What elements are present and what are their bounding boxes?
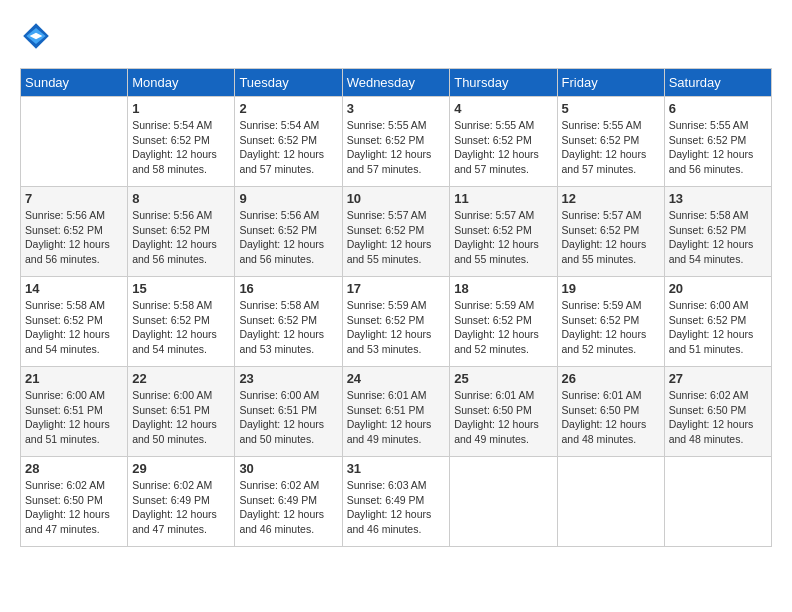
calendar-week-4: 21Sunrise: 6:00 AMSunset: 6:51 PMDayligh… <box>21 367 772 457</box>
day-number: 6 <box>669 101 767 116</box>
day-number: 23 <box>239 371 337 386</box>
calendar-cell: 22Sunrise: 6:00 AMSunset: 6:51 PMDayligh… <box>128 367 235 457</box>
day-info: Sunrise: 6:00 AMSunset: 6:52 PMDaylight:… <box>669 298 767 357</box>
calendar-cell: 26Sunrise: 6:01 AMSunset: 6:50 PMDayligh… <box>557 367 664 457</box>
day-number: 10 <box>347 191 446 206</box>
col-header-wednesday: Wednesday <box>342 69 450 97</box>
logo-icon <box>20 20 52 52</box>
day-number: 4 <box>454 101 552 116</box>
day-number: 9 <box>239 191 337 206</box>
day-number: 7 <box>25 191 123 206</box>
calendar-cell: 25Sunrise: 6:01 AMSunset: 6:50 PMDayligh… <box>450 367 557 457</box>
calendar-cell: 10Sunrise: 5:57 AMSunset: 6:52 PMDayligh… <box>342 187 450 277</box>
day-number: 15 <box>132 281 230 296</box>
day-info: Sunrise: 6:00 AMSunset: 6:51 PMDaylight:… <box>132 388 230 447</box>
calendar-week-2: 7Sunrise: 5:56 AMSunset: 6:52 PMDaylight… <box>21 187 772 277</box>
day-info: Sunrise: 6:00 AMSunset: 6:51 PMDaylight:… <box>239 388 337 447</box>
calendar-week-3: 14Sunrise: 5:58 AMSunset: 6:52 PMDayligh… <box>21 277 772 367</box>
day-info: Sunrise: 5:58 AMSunset: 6:52 PMDaylight:… <box>132 298 230 357</box>
calendar-cell <box>21 97 128 187</box>
calendar-cell <box>450 457 557 547</box>
calendar-cell: 3Sunrise: 5:55 AMSunset: 6:52 PMDaylight… <box>342 97 450 187</box>
calendar-cell: 30Sunrise: 6:02 AMSunset: 6:49 PMDayligh… <box>235 457 342 547</box>
calendar-cell <box>557 457 664 547</box>
day-info: Sunrise: 5:56 AMSunset: 6:52 PMDaylight:… <box>132 208 230 267</box>
day-info: Sunrise: 5:54 AMSunset: 6:52 PMDaylight:… <box>132 118 230 177</box>
day-number: 16 <box>239 281 337 296</box>
calendar-week-1: 1Sunrise: 5:54 AMSunset: 6:52 PMDaylight… <box>21 97 772 187</box>
calendar-cell: 17Sunrise: 5:59 AMSunset: 6:52 PMDayligh… <box>342 277 450 367</box>
day-info: Sunrise: 5:59 AMSunset: 6:52 PMDaylight:… <box>454 298 552 357</box>
day-number: 13 <box>669 191 767 206</box>
col-header-friday: Friday <box>557 69 664 97</box>
day-number: 21 <box>25 371 123 386</box>
day-info: Sunrise: 5:58 AMSunset: 6:52 PMDaylight:… <box>25 298 123 357</box>
day-number: 29 <box>132 461 230 476</box>
day-number: 20 <box>669 281 767 296</box>
day-info: Sunrise: 5:58 AMSunset: 6:52 PMDaylight:… <box>239 298 337 357</box>
col-header-thursday: Thursday <box>450 69 557 97</box>
calendar-cell: 13Sunrise: 5:58 AMSunset: 6:52 PMDayligh… <box>664 187 771 277</box>
day-number: 1 <box>132 101 230 116</box>
calendar-table: SundayMondayTuesdayWednesdayThursdayFrid… <box>20 68 772 547</box>
calendar-cell <box>664 457 771 547</box>
calendar-cell: 2Sunrise: 5:54 AMSunset: 6:52 PMDaylight… <box>235 97 342 187</box>
day-info: Sunrise: 5:55 AMSunset: 6:52 PMDaylight:… <box>562 118 660 177</box>
day-number: 14 <box>25 281 123 296</box>
calendar-cell: 15Sunrise: 5:58 AMSunset: 6:52 PMDayligh… <box>128 277 235 367</box>
day-info: Sunrise: 6:02 AMSunset: 6:50 PMDaylight:… <box>25 478 123 537</box>
logo <box>20 20 56 52</box>
day-number: 30 <box>239 461 337 476</box>
calendar-cell: 5Sunrise: 5:55 AMSunset: 6:52 PMDaylight… <box>557 97 664 187</box>
day-number: 12 <box>562 191 660 206</box>
col-header-saturday: Saturday <box>664 69 771 97</box>
day-info: Sunrise: 6:01 AMSunset: 6:51 PMDaylight:… <box>347 388 446 447</box>
day-number: 22 <box>132 371 230 386</box>
calendar-cell: 4Sunrise: 5:55 AMSunset: 6:52 PMDaylight… <box>450 97 557 187</box>
col-header-sunday: Sunday <box>21 69 128 97</box>
day-number: 19 <box>562 281 660 296</box>
day-number: 28 <box>25 461 123 476</box>
day-info: Sunrise: 6:01 AMSunset: 6:50 PMDaylight:… <box>562 388 660 447</box>
day-info: Sunrise: 5:56 AMSunset: 6:52 PMDaylight:… <box>25 208 123 267</box>
day-number: 27 <box>669 371 767 386</box>
day-info: Sunrise: 5:57 AMSunset: 6:52 PMDaylight:… <box>347 208 446 267</box>
calendar-cell: 31Sunrise: 6:03 AMSunset: 6:49 PMDayligh… <box>342 457 450 547</box>
day-info: Sunrise: 5:55 AMSunset: 6:52 PMDaylight:… <box>669 118 767 177</box>
calendar-cell: 28Sunrise: 6:02 AMSunset: 6:50 PMDayligh… <box>21 457 128 547</box>
calendar-cell: 16Sunrise: 5:58 AMSunset: 6:52 PMDayligh… <box>235 277 342 367</box>
calendar-cell: 12Sunrise: 5:57 AMSunset: 6:52 PMDayligh… <box>557 187 664 277</box>
day-number: 17 <box>347 281 446 296</box>
day-info: Sunrise: 5:56 AMSunset: 6:52 PMDaylight:… <box>239 208 337 267</box>
day-info: Sunrise: 5:57 AMSunset: 6:52 PMDaylight:… <box>454 208 552 267</box>
day-number: 3 <box>347 101 446 116</box>
page-header <box>20 20 772 52</box>
calendar-cell: 6Sunrise: 5:55 AMSunset: 6:52 PMDaylight… <box>664 97 771 187</box>
calendar-header-row: SundayMondayTuesdayWednesdayThursdayFrid… <box>21 69 772 97</box>
day-number: 11 <box>454 191 552 206</box>
day-info: Sunrise: 5:57 AMSunset: 6:52 PMDaylight:… <box>562 208 660 267</box>
day-info: Sunrise: 5:58 AMSunset: 6:52 PMDaylight:… <box>669 208 767 267</box>
calendar-cell: 21Sunrise: 6:00 AMSunset: 6:51 PMDayligh… <box>21 367 128 457</box>
day-info: Sunrise: 6:01 AMSunset: 6:50 PMDaylight:… <box>454 388 552 447</box>
day-number: 26 <box>562 371 660 386</box>
col-header-monday: Monday <box>128 69 235 97</box>
calendar-week-5: 28Sunrise: 6:02 AMSunset: 6:50 PMDayligh… <box>21 457 772 547</box>
calendar-cell: 19Sunrise: 5:59 AMSunset: 6:52 PMDayligh… <box>557 277 664 367</box>
day-info: Sunrise: 5:59 AMSunset: 6:52 PMDaylight:… <box>562 298 660 357</box>
calendar-cell: 11Sunrise: 5:57 AMSunset: 6:52 PMDayligh… <box>450 187 557 277</box>
day-number: 2 <box>239 101 337 116</box>
day-info: Sunrise: 5:55 AMSunset: 6:52 PMDaylight:… <box>347 118 446 177</box>
day-info: Sunrise: 6:02 AMSunset: 6:49 PMDaylight:… <box>132 478 230 537</box>
calendar-cell: 20Sunrise: 6:00 AMSunset: 6:52 PMDayligh… <box>664 277 771 367</box>
day-number: 31 <box>347 461 446 476</box>
calendar-cell: 14Sunrise: 5:58 AMSunset: 6:52 PMDayligh… <box>21 277 128 367</box>
calendar-cell: 23Sunrise: 6:00 AMSunset: 6:51 PMDayligh… <box>235 367 342 457</box>
day-number: 18 <box>454 281 552 296</box>
day-number: 8 <box>132 191 230 206</box>
calendar-cell: 29Sunrise: 6:02 AMSunset: 6:49 PMDayligh… <box>128 457 235 547</box>
calendar-cell: 9Sunrise: 5:56 AMSunset: 6:52 PMDaylight… <box>235 187 342 277</box>
day-number: 5 <box>562 101 660 116</box>
calendar-cell: 27Sunrise: 6:02 AMSunset: 6:50 PMDayligh… <box>664 367 771 457</box>
day-info: Sunrise: 5:54 AMSunset: 6:52 PMDaylight:… <box>239 118 337 177</box>
